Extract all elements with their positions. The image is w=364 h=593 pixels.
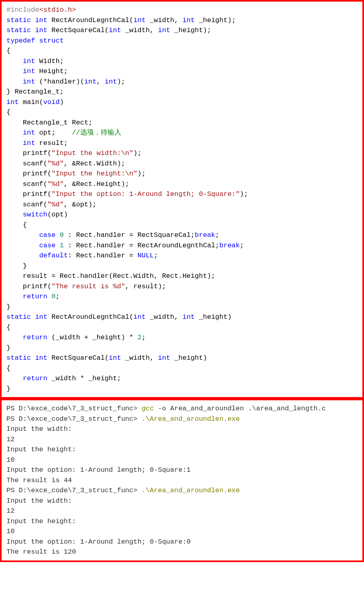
code-text: scanf(	[6, 160, 47, 167]
code-text: scanf(	[6, 180, 47, 188]
code-text: );	[117, 78, 125, 86]
code-text: {	[6, 324, 10, 331]
keyword: return	[23, 375, 47, 382]
preprocessor: #include	[6, 6, 39, 14]
code-text: RectSquareCal(	[47, 26, 109, 34]
code-text: }	[6, 385, 10, 393]
code-text: {	[6, 221, 27, 229]
code-text: {	[6, 47, 10, 55]
keyword: struct	[39, 37, 64, 45]
keyword: default	[39, 252, 68, 259]
comment: //选项，待输入	[72, 129, 121, 137]
terminal-prompt: PS D:\exce_code\7_3_struct_func>	[6, 415, 142, 423]
code-text: ;	[55, 293, 59, 300]
number: 0	[51, 293, 55, 300]
terminal-command: .\Area_and_aroundlen.exe	[142, 487, 240, 494]
code-text: : Rect.handler = RectAroundLegnthCal;	[64, 242, 220, 249]
type: int	[105, 78, 117, 86]
code-text: _width,	[146, 313, 183, 321]
code-text: printf(	[6, 283, 51, 290]
keyword: void	[43, 98, 60, 106]
type: int	[23, 139, 35, 147]
terminal-output: 12	[6, 436, 14, 443]
code-text: _width * _height;	[47, 375, 121, 382]
code-text: _width,	[121, 354, 158, 362]
include-path: <stdio.h>	[39, 6, 76, 14]
code-text: ;	[154, 252, 158, 259]
number: 2	[137, 334, 141, 341]
code-text: main(	[19, 98, 43, 106]
terminal-output: Input the width:	[6, 497, 72, 505]
code-text: {	[6, 108, 10, 116]
string: "%d"	[47, 201, 64, 208]
terminal-prompt: PS D:\exce_code\7_3_struct_func>	[6, 487, 142, 494]
code-text: _height);	[195, 16, 236, 24]
type: int	[35, 26, 47, 34]
terminal-output: 10	[6, 456, 14, 464]
terminal-output: Input the option: 1-Around length; 0-Squ…	[6, 466, 191, 474]
terminal-output: Input the height:	[6, 446, 76, 453]
type: int	[109, 354, 121, 362]
type: int	[109, 26, 121, 34]
code-text: printf(	[6, 149, 51, 157]
code-text: _height);	[170, 26, 211, 34]
string: "%d"	[47, 180, 64, 188]
string: "%d"	[47, 160, 64, 167]
terminal-panel: PS D:\exce_code\7_3_struct_func> gcc -o …	[0, 399, 364, 562]
code-text: RectAroundLegnthCal(	[47, 16, 133, 24]
code-text: );	[137, 170, 145, 177]
code-text: RectAroundLegnthCal(	[47, 313, 133, 321]
string: "The result is %d"	[51, 283, 125, 290]
code-text: _width,	[121, 26, 158, 34]
type: int	[23, 57, 35, 65]
code-text: ,	[96, 78, 104, 86]
keyword: case	[39, 231, 56, 239]
type: int	[158, 354, 171, 362]
code-text: scanf(	[6, 201, 47, 208]
terminal-output: Input the height:	[6, 518, 76, 525]
type: int	[23, 67, 35, 75]
type: int	[35, 354, 47, 362]
code-text: {	[6, 365, 10, 372]
code-text: , &Rect.Height);	[64, 180, 129, 188]
code-text: result = Rect.handler(Rect.Width, Rect.H…	[6, 272, 215, 280]
type: int	[183, 313, 195, 321]
type: int	[133, 313, 146, 321]
macro: NULL	[137, 252, 154, 259]
terminal-command: .\Area_and_aroundlen.exe	[142, 415, 240, 423]
terminal-output: Input the option: 1-Around length; 0-Squ…	[6, 538, 191, 546]
type: int	[23, 129, 35, 137]
type: int	[23, 78, 35, 86]
keyword: typedef	[6, 37, 35, 45]
type: int	[6, 98, 19, 106]
code-text: }	[6, 303, 10, 311]
code-text: }	[6, 344, 10, 352]
code-text: Width;	[35, 57, 63, 65]
code-text: Rectangle_t Rect;	[6, 119, 92, 126]
terminal-output: 12	[6, 507, 14, 515]
string: "Input the option: 1-Around length; 0-Sq…	[51, 190, 240, 198]
code-text: , &opt);	[64, 201, 97, 208]
terminal-args: -o Area_and_aroundlen .\area_and_length.…	[154, 405, 325, 412]
string: "Input the height:\n"	[51, 170, 137, 177]
type: int	[84, 78, 97, 86]
code-text: ;	[142, 334, 146, 341]
keyword: return	[23, 334, 47, 341]
code-text: , result);	[125, 283, 166, 290]
code-text: result;	[35, 139, 68, 147]
number: 1	[60, 242, 64, 249]
code-text: _width,	[146, 16, 183, 24]
keyword: static	[6, 16, 31, 24]
string: "Input the width:\n"	[51, 149, 133, 157]
number: 0	[60, 231, 64, 239]
code-text: : Rect.handler =	[68, 252, 137, 259]
type: int	[158, 26, 171, 34]
code-text: (opt)	[47, 211, 68, 218]
code-text: : Rect.handler = RectSquareCal;	[64, 231, 195, 239]
keyword: return	[23, 293, 47, 300]
type: int	[35, 16, 47, 24]
code-text: ;	[215, 231, 219, 239]
keyword: case	[39, 242, 56, 249]
code-text: )	[60, 98, 64, 106]
code-text: , &Rect.Width);	[64, 160, 125, 167]
